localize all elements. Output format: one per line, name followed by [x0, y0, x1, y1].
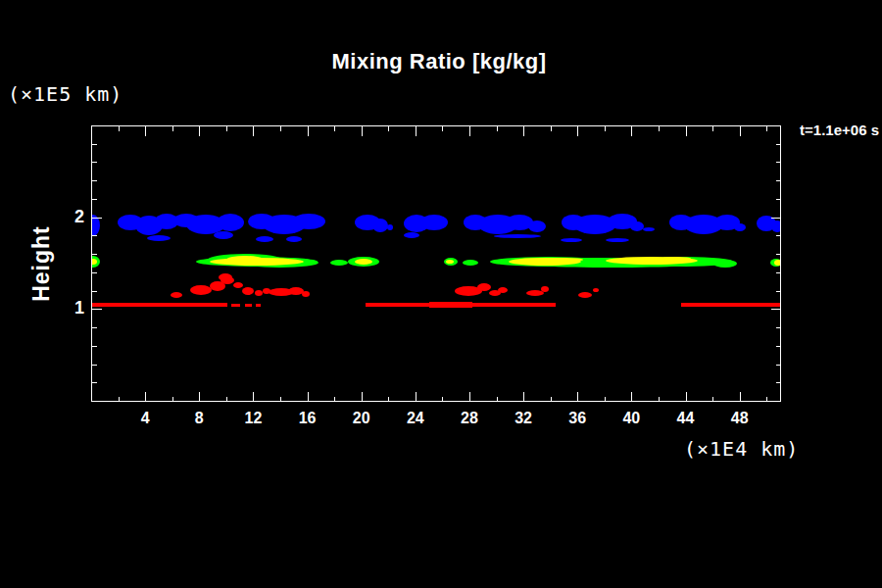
plot-area [0, 0, 882, 588]
x-tick-label: 28 [461, 410, 478, 427]
x-tick-label: 12 [245, 410, 263, 427]
x-tick-label: 20 [353, 410, 370, 427]
x-tick-label: 44 [677, 410, 695, 427]
x-tick-label: 48 [731, 410, 749, 427]
plot-window: Mixing Ratio [kg/kg] (×1E5 km) t=1.1e+06… [0, 0, 882, 588]
x-tick-label: 40 [622, 410, 640, 427]
x-tick-label: 24 [407, 410, 424, 427]
x-tick-label: 32 [514, 410, 532, 427]
x-tick-label: 16 [299, 410, 317, 427]
y-tick-label: 1 [57, 298, 84, 318]
cloud-shapes [86, 214, 783, 308]
x-tick-label: 36 [568, 410, 586, 427]
y-tick-label: 2 [57, 207, 84, 227]
x-tick-label: 8 [195, 410, 204, 427]
x-tick-label: 4 [141, 410, 150, 427]
